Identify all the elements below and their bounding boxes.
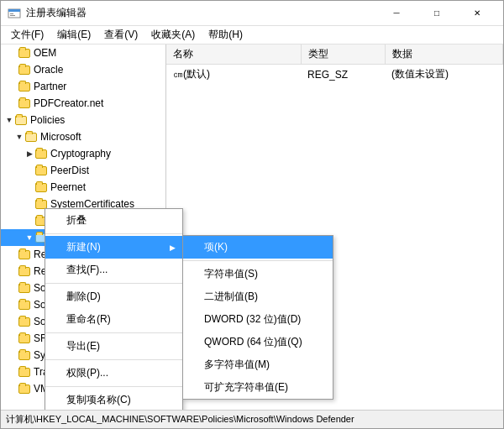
ctx-export[interactable]: 导出(E) [45,335,182,358]
arrow-microsoft: ▼ [14,132,24,142]
context-menu[interactable]: 折叠 新建(N) ▶ 项(K) 字符串值(S) 二进制值(B) DWORD (3… [45,208,183,410]
folder-synaptic [18,349,31,361]
maximize-button[interactable]: □ [417,1,456,26]
tree-item-peernet[interactable]: Peernet [1,179,165,196]
sub-binary[interactable]: 二进制值(B) [183,285,333,308]
arrow-policies: ▼ [4,115,14,125]
label-partner: Partner [34,81,66,92]
table-row[interactable]: ㎝(默认) REG_SZ (数值未设置) [166,65,503,85]
title-controls: ─ □ ✕ [377,1,496,26]
submenu[interactable]: 项(K) 字符串值(S) 二进制值(B) DWORD (32 位)值(D) QW… [182,235,333,400]
folder-oracle [18,64,31,76]
arrow-oracle [8,65,18,75]
window: 注册表编辑器 ─ □ ✕ 文件(F) 编辑(E) 查看(V) 收藏夹(A) 帮助… [0,0,504,429]
arrow-windows [24,216,34,226]
folder-oem [18,47,31,59]
folder-partner [18,81,31,92]
arrow-pdfcreator [8,98,18,108]
menu-help[interactable]: 帮助(H) [202,26,249,44]
sub-key[interactable]: 项(K) [183,236,333,259]
svg-rect-1 [8,9,20,12]
folder-srslab [18,332,31,344]
tree-item-policies[interactable]: ▼ Policies [1,112,165,128]
ctx-rename[interactable]: 重命名(R) [45,308,182,331]
folder-peerdist [34,165,48,176]
arrow-realtek [8,249,18,259]
values-table: 名称 类型 数据 ㎝(默认) REG_SZ (数值未设置) [166,44,503,84]
sub-string[interactable]: 字符串值(S) [183,263,333,285]
tree-item-oracle[interactable]: Oracle [1,61,165,78]
menu-bar: 文件(F) 编辑(E) 查看(V) 收藏夹(A) 帮助(H) [1,26,503,44]
status-bar: 计算机\HKEY_LOCAL_MACHINE\SOFTWARE\Policies… [1,410,503,428]
col-data: 数据 [385,44,503,65]
menu-favorites[interactable]: 收藏夹(A) [144,26,202,44]
arrow-peernet [24,182,34,192]
arrow-oem [8,48,18,58]
arrow-srslab [8,333,18,343]
tree-item-peerdist[interactable]: PeerDist [1,162,165,179]
minimize-button[interactable]: ─ [377,1,416,26]
regedit-icon [8,7,21,20]
sub-qword[interactable]: QWORD (64 位)值(Q) [183,331,333,353]
arrow-softland [8,283,18,293]
tree-item-partner[interactable]: Partner [1,78,165,95]
tree-item-oem[interactable]: OEM [1,44,165,61]
folder-tracker [18,366,31,378]
arrow-register [8,266,18,276]
arrow-synaptic [8,350,18,360]
close-button[interactable]: ✕ [458,1,496,26]
ctx-separator-5 [45,386,182,387]
sub-multistring[interactable]: 多字符串值(M) [183,353,333,376]
ctx-copy[interactable]: 复制项名称(C) [45,389,182,410]
tree-item-microsoft[interactable]: ▼ Microsoft [1,128,165,145]
tree-item-cryptography[interactable]: ▶ Cryptography [1,145,165,162]
ctx-separator-4 [45,359,182,360]
folder-microsoft [24,131,38,143]
ctx-new[interactable]: 新建(N) ▶ 项(K) 字符串值(S) 二进制值(B) DWORD (32 位… [45,236,182,259]
ctx-delete[interactable]: 删除(D) [45,285,182,308]
row-type: REG_SZ [301,65,385,85]
folder-sonicfocus [18,299,31,311]
arrow-vmware [8,384,18,394]
menu-file[interactable]: 文件(F) [4,26,50,44]
folder-peernet [34,181,48,193]
folder-policies [14,114,28,126]
status-text: 计算机\HKEY_LOCAL_MACHINE\SOFTWARE\Policies… [6,413,354,426]
tree-item-pdfcreator[interactable]: PDFCreator.net [1,95,165,112]
ctx-permissions[interactable]: 权限(P)... [45,362,182,385]
arrow-systemcerts [24,199,34,209]
folder-register [18,265,31,277]
main-content: OEM Oracle Partner PDFC [1,44,503,410]
label-cryptography: Cryptography [50,148,111,160]
title-bar: 注册表编辑器 ─ □ ✕ [1,1,503,26]
arrow-soundrec [8,317,18,327]
window-title: 注册表编辑器 [26,6,377,20]
folder-vmware [18,383,31,395]
sub-expandstring[interactable]: 可扩充字符串值(E) [183,376,333,399]
label-microsoft: Microsoft [40,131,81,143]
label-policies: Policies [30,114,65,126]
arrow-sonicfocus [8,300,18,310]
folder-softland [18,282,31,294]
row-data: (数值未设置) [385,65,503,85]
arrow-partner [8,81,18,92]
sub-dword[interactable]: DWORD (32 位)值(D) [183,308,333,331]
ctx-collapse[interactable]: 折叠 [45,209,182,232]
ctx-find[interactable]: 查找(F)... [45,259,182,281]
label-peerdist: PeerDist [50,165,89,176]
arrow-peerdist [24,165,34,175]
col-type: 类型 [301,44,385,65]
menu-edit[interactable]: 编辑(E) [50,26,97,44]
folder-cryptography [34,148,48,160]
label-oracle: Oracle [34,64,63,76]
arrow-windefender: ▼ [24,233,34,243]
ctx-separator-2 [45,283,182,284]
ctx-new-arrow: ▶ [170,243,176,252]
svg-rect-2 [10,13,13,14]
label-oem: OEM [34,47,56,59]
arrow-cryptography: ▶ [24,149,34,159]
folder-soundrec [18,316,31,327]
menu-view[interactable]: 查看(V) [97,26,144,44]
arrow-tracker [8,367,18,377]
sub-sep-1 [183,260,333,261]
